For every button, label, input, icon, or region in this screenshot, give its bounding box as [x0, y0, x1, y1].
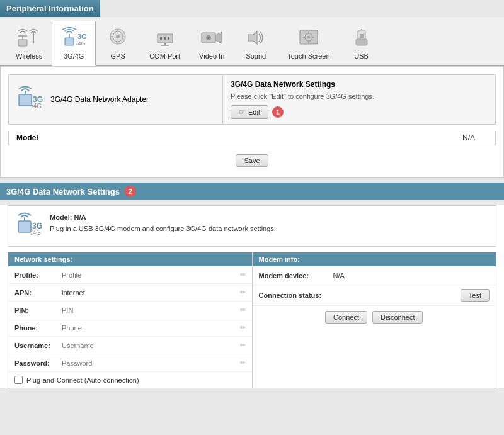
field-input-phone[interactable] [62, 324, 240, 332]
field-row-pin: PIN: ✏ [8, 302, 252, 319]
svg-text:3G: 3G [77, 33, 86, 40]
badge-1: 1 [272, 106, 284, 118]
svg-rect-0 [18, 40, 27, 46]
plug-and-connect-label: Plug-and-Connect (Auto-connection) [26, 376, 139, 384]
device-left: 3G /4G 3G/4G Data Network Adapter [9, 75, 223, 124]
field-input-username[interactable] [62, 342, 240, 349]
connection-status-row: Connection status: Test [253, 285, 496, 306]
tab-3g4g-label: 3G/4G [64, 52, 84, 60]
network-settings-panel: Network settings: Profile: ✏ APN: ✏ PIN:… [8, 252, 253, 388]
field-edit-icon-apn[interactable]: ✏ [240, 288, 246, 297]
svg-rect-16 [160, 37, 162, 40]
field-edit-icon-username[interactable]: ✏ [240, 341, 246, 349]
device-row: 3G /4G 3G/4G Data Network Adapter 3G/4G … [8, 74, 496, 125]
connect-button[interactable]: Connect [325, 311, 367, 324]
svg-point-24 [207, 37, 210, 39]
tab-gps-label: GPS [111, 52, 125, 60]
edit-button-label: Edit [248, 108, 260, 116]
info-model: Model: N/A [50, 212, 276, 223]
test-button[interactable]: Test [461, 289, 490, 302]
field-input-profile[interactable] [62, 271, 240, 279]
model-row: Model N/A [8, 131, 496, 145]
modem-info-panel: Modem info: Modem device: N/A Connection… [253, 252, 496, 388]
gps-icon [105, 25, 130, 50]
disconnect-button-label: Disconnect [381, 314, 415, 321]
tab-wireless-label: Wireless [16, 52, 42, 60]
field-input-password[interactable] [62, 359, 240, 367]
svg-point-32 [307, 36, 310, 38]
field-label-pin: PIN: [14, 307, 62, 314]
modem-device-label: Modem device: [259, 272, 328, 280]
edit-button[interactable]: ☞ Edit [231, 105, 268, 119]
svg-rect-41 [18, 221, 31, 232]
svg-text:/4G: /4G [76, 40, 86, 47]
field-row-apn: APN: ✏ [8, 284, 252, 302]
test-button-label: Test [469, 291, 481, 299]
svg-text:/4G: /4G [32, 103, 42, 110]
svg-rect-18 [168, 37, 169, 40]
tab-3g4g[interactable]: 3G /4G 3G/4G [52, 21, 96, 66]
tab-videoin[interactable]: Video In [190, 21, 234, 65]
modem-device-row: Modem device: N/A [253, 266, 496, 285]
disconnect-button[interactable]: Disconnect [372, 311, 423, 324]
device-right: 3G/4G Data Network Settings Please click… [223, 75, 495, 124]
field-label-phone: Phone: [14, 324, 62, 332]
field-row-username: Username: ✏ [8, 337, 252, 354]
section2-header: 3G/4G Data Network Settings 2 [0, 183, 504, 200]
tab-usb[interactable]: USB [340, 21, 384, 65]
tab-touchscreen-label: Touch Screen [287, 52, 329, 60]
plug-and-connect-checkbox[interactable] [14, 376, 23, 384]
field-label-apn: APN: [14, 289, 62, 297]
svg-rect-37 [19, 94, 32, 106]
section2-title: 3G/4G Data Network Settings [6, 187, 120, 196]
wireless-icon [16, 25, 42, 50]
field-edit-icon-phone[interactable]: ✏ [240, 324, 246, 332]
sound-icon [243, 25, 268, 50]
edit-cursor-icon: ☞ [239, 108, 246, 116]
field-input-pin[interactable] [62, 307, 240, 314]
svg-rect-35 [360, 34, 364, 38]
svg-marker-25 [248, 31, 257, 44]
device-icon: 3G /4G [16, 86, 44, 113]
videoin-icon [199, 25, 224, 50]
model-label: Model [16, 133, 462, 142]
field-label-username: Username: [14, 342, 62, 349]
connect-row: Connect Disconnect [253, 306, 496, 329]
field-row-profile: Profile: ✏ [8, 266, 252, 284]
field-edit-icon-pin[interactable]: ✏ [240, 306, 246, 314]
save-row: Save [8, 150, 496, 169]
field-label-password: Password: [14, 359, 62, 367]
field-edit-icon-password[interactable]: ✏ [240, 359, 246, 367]
tab-gps[interactable]: GPS [96, 21, 140, 65]
svg-text:/4G: /4G [31, 229, 41, 236]
usb-icon [349, 25, 374, 50]
badge-2: 2 [125, 186, 136, 197]
svg-rect-4 [65, 38, 74, 45]
field-edit-icon-profile[interactable]: ✏ [240, 271, 246, 279]
comport-icon [152, 25, 178, 50]
network-settings-header: Network settings: [8, 252, 252, 266]
page-header: Peripheral Information [0, 0, 100, 17]
svg-point-10 [116, 35, 120, 38]
svg-marker-22 [215, 32, 222, 43]
save-button[interactable]: Save [236, 154, 268, 167]
3g4g-icon: 3G /4G [61, 25, 86, 50]
checkbox-row: Plug-and-Connect (Auto-connection) [8, 372, 252, 388]
page-title: Peripheral Information [6, 4, 94, 13]
tab-sound-label: Sound [246, 52, 266, 60]
field-input-apn[interactable] [62, 289, 240, 297]
info-desc: Plug in a USB 3G/4G modem and configure … [50, 223, 276, 235]
tab-touchscreen[interactable]: Touch Screen [278, 21, 339, 65]
field-row-phone: Phone: ✏ [8, 319, 252, 337]
modem-info-header: Modem info: [253, 252, 496, 266]
tab-usb-label: USB [354, 52, 369, 60]
modem-device-value: N/A [333, 272, 345, 280]
field-label-profile: Profile: [14, 271, 62, 279]
main-content: 3G /4G 3G/4G Data Network Adapter 3G/4G … [0, 66, 504, 178]
device-settings-msg: Please click "Edit" to configure 3G/4G s… [231, 93, 488, 100]
tab-comport-label: COM Port [149, 52, 180, 60]
tab-comport[interactable]: COM Port [140, 21, 190, 65]
tab-wireless[interactable]: Wireless [6, 21, 52, 65]
model-value: N/A [462, 133, 488, 142]
tab-sound[interactable]: Sound [234, 21, 278, 65]
